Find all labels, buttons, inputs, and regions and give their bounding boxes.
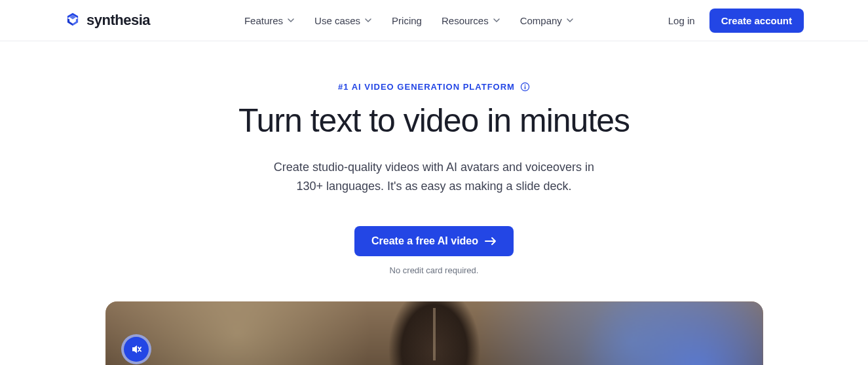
platform-badge: #1 AI VIDEO GENERATION PLATFORM	[338, 82, 530, 92]
main-nav: Features Use cases Pricing Resources Com…	[244, 15, 574, 26]
logo[interactable]: synthesia	[64, 12, 150, 29]
chevron-down-icon	[493, 16, 500, 24]
mute-button[interactable]	[121, 334, 151, 364]
hero-description: Create studio-quality videos with AI ava…	[0, 158, 868, 196]
header-actions: Log in Create account	[668, 9, 804, 33]
chevron-down-icon	[364, 16, 372, 24]
hero-section: #1 AI VIDEO GENERATION PLATFORM Turn tex…	[0, 41, 868, 365]
nav-item-label: Company	[520, 15, 562, 26]
svg-rect-2	[525, 86, 526, 90]
volume-muted-icon	[130, 343, 142, 355]
logo-icon	[64, 12, 81, 29]
badge-text: #1 AI VIDEO GENERATION PLATFORM	[338, 82, 515, 92]
create-account-button[interactable]: Create account	[709, 9, 804, 33]
cta-label: Create a free AI video	[371, 235, 478, 247]
nav-item-label: Resources	[442, 15, 489, 26]
nav-use-cases[interactable]: Use cases	[314, 15, 372, 26]
avatar-preview	[356, 301, 513, 365]
nav-resources[interactable]: Resources	[442, 15, 500, 26]
site-header: synthesia Features Use cases Pricing Res…	[0, 0, 868, 41]
hero-subtext: No credit card required.	[0, 265, 868, 275]
chevron-down-icon	[287, 16, 295, 24]
arrow-right-icon	[485, 237, 497, 246]
info-icon[interactable]	[520, 82, 530, 92]
login-link[interactable]: Log in	[668, 15, 695, 26]
svg-point-1	[525, 85, 526, 86]
chevron-down-icon	[566, 16, 574, 24]
nav-company[interactable]: Company	[520, 15, 574, 26]
create-video-button[interactable]: Create a free AI video	[354, 226, 514, 256]
logo-text: synthesia	[86, 12, 150, 29]
nav-item-label: Features	[244, 15, 283, 26]
nav-item-label: Use cases	[314, 15, 360, 26]
hero-video[interactable]	[105, 301, 763, 365]
hero-title: Turn text to video in minutes	[0, 102, 868, 140]
nav-item-label: Pricing	[392, 15, 422, 26]
nav-pricing[interactable]: Pricing	[392, 15, 422, 26]
nav-features[interactable]: Features	[244, 15, 295, 26]
